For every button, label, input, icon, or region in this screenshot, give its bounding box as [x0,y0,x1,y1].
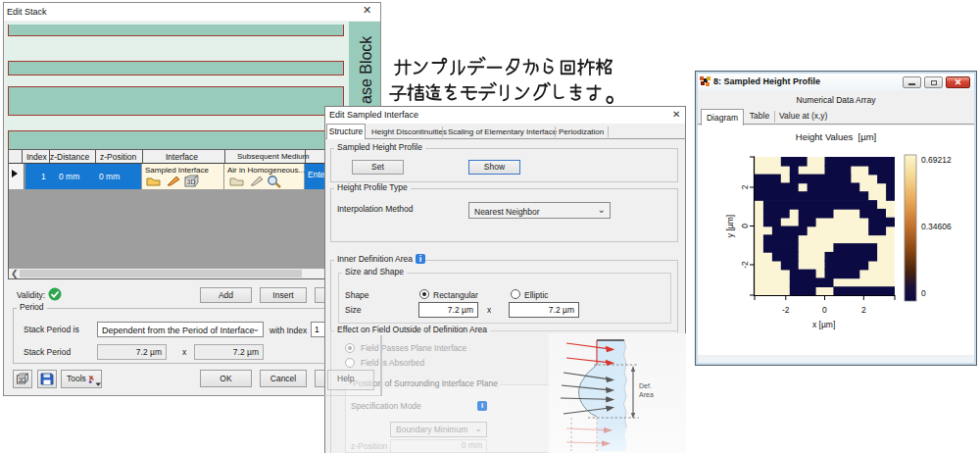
svg-text:0: 0 [921,288,926,298]
svg-text:0: 0 [740,224,750,228]
svg-text:0.69212: 0.69212 [921,155,952,165]
svg-text:3D: 3D [19,377,27,383]
svg-text:x [µm]: x [µm] [812,320,835,329]
svg-text:-2: -2 [782,305,790,315]
svg-text:ase Block: ase Block [358,35,374,104]
svg-text:Area: Area [639,391,654,398]
svg-text:0: 0 [822,305,827,315]
svg-text:-2: -2 [740,261,750,269]
svg-text:3D: 3D [187,178,196,185]
svg-text:0.34606: 0.34606 [921,222,952,231]
svg-text:2: 2 [861,305,866,315]
svg-text:y [µm]: y [µm] [725,215,735,237]
svg-text:2: 2 [740,184,750,189]
svg-text:Def.: Def. [639,382,652,389]
